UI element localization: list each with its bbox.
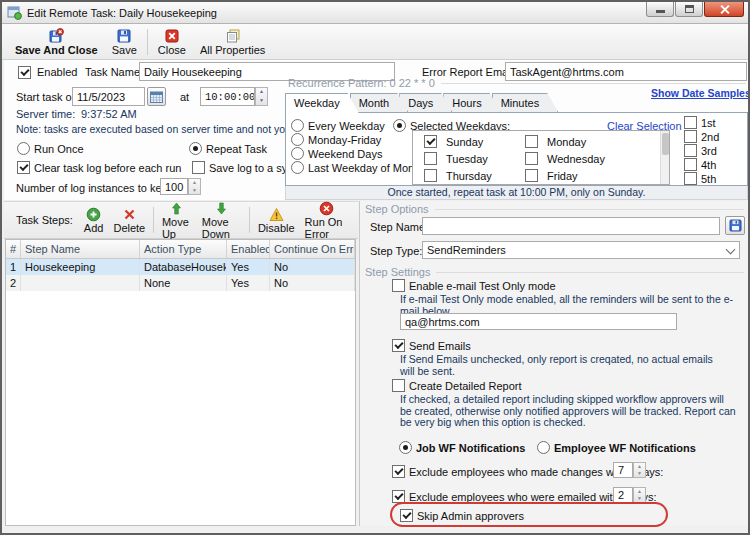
- spin-up-icon[interactable]: ▲: [256, 88, 267, 97]
- start-time-input[interactable]: 10:00:00 PM: [200, 87, 255, 106]
- save-and-close-button[interactable]: Save And Close: [8, 27, 105, 57]
- selected-weekdays-radio[interactable]: [393, 119, 406, 132]
- detailed-report-checkbox[interactable]: [392, 379, 405, 392]
- col-enabled[interactable]: Enabled: [227, 240, 270, 258]
- spin-up-icon[interactable]: ▲: [634, 463, 645, 470]
- window-controls: [645, 2, 744, 17]
- move-up-button[interactable]: Move Up: [157, 201, 197, 240]
- all-properties-button[interactable]: All Properties: [193, 27, 272, 57]
- col-continue-on-error[interactable]: Continue On Error: [270, 240, 355, 258]
- scrollbar-thumb[interactable]: [662, 133, 669, 155]
- maximize-button[interactable]: [675, 2, 703, 17]
- add-step-button[interactable]: Add: [79, 207, 109, 234]
- monday-checkbox[interactable]: [525, 135, 538, 148]
- ordinal-1st-checkbox[interactable]: [684, 116, 697, 129]
- step-name-input[interactable]: [422, 217, 720, 235]
- table-row[interactable]: 1 Housekeeping DatabaseHousekeeping Yes …: [6, 259, 355, 275]
- spin-down-icon[interactable]: ▼: [634, 495, 645, 502]
- ordinal-4th-checkbox[interactable]: [684, 158, 697, 171]
- all-properties-icon: [225, 28, 241, 44]
- col-step-name[interactable]: Step Name: [21, 240, 140, 258]
- time-spinner[interactable]: ▲▼: [255, 87, 268, 106]
- toolbar-separator: [153, 207, 154, 233]
- add-label: Add: [84, 222, 104, 234]
- tab-minutes[interactable]: Minutes: [492, 93, 559, 112]
- save-button[interactable]: Save: [105, 27, 144, 57]
- start-task-label: Start task on: [16, 91, 78, 103]
- move-down-button[interactable]: Move Down: [197, 201, 246, 240]
- table-header-row[interactable]: # Step Name Action Type Enabled Continue…: [6, 240, 355, 259]
- delete-label: Delete: [113, 222, 145, 234]
- close-button[interactable]: Close: [151, 27, 193, 57]
- recurrence-tabs: Weekday Month Days Hours Minutes: [285, 93, 549, 113]
- exclude-changes-input[interactable]: 7: [613, 462, 633, 478]
- test-mode-checkbox[interactable]: [392, 279, 405, 292]
- run-on-error-button[interactable]: Run On Error: [300, 201, 354, 240]
- repeat-task-label: Repeat Task: [206, 143, 267, 155]
- exclude-changes-spinner[interactable]: ▲▼: [633, 462, 646, 478]
- calendar-icon: [150, 91, 163, 103]
- date-picker-button[interactable]: [147, 87, 166, 106]
- tuesday-checkbox[interactable]: [424, 152, 437, 165]
- repeat-task-radio[interactable]: [189, 142, 202, 155]
- sunday-checkbox[interactable]: [424, 135, 437, 148]
- employee-wf-radio[interactable]: [537, 441, 550, 454]
- weekday-list-scrollbar[interactable]: [660, 131, 669, 184]
- friday-checkbox[interactable]: [525, 169, 538, 182]
- job-wf-radio[interactable]: [399, 441, 412, 454]
- exclude-changes-checkbox[interactable]: [392, 465, 405, 478]
- step-type-dropdown[interactable]: SendReminders: [422, 241, 740, 259]
- ordinal-2nd-checkbox[interactable]: [684, 130, 697, 143]
- log-instances-input[interactable]: 100: [160, 178, 188, 195]
- save-step-name-button[interactable]: [725, 216, 745, 235]
- wednesday-checkbox[interactable]: [525, 152, 538, 165]
- clear-log-checkbox[interactable]: [17, 161, 30, 174]
- main-toolbar: Save And Close Save Close All Properties: [2, 24, 748, 60]
- list-item[interactable]: Wednesday: [525, 152, 605, 165]
- save-and-close-label: Save And Close: [15, 44, 98, 56]
- col-number[interactable]: #: [6, 240, 21, 258]
- step-options-label: Step Options: [365, 203, 429, 215]
- list-item[interactable]: Thursday: [424, 169, 492, 182]
- weekend-days-radio[interactable]: [291, 147, 304, 160]
- window-icon: [7, 5, 22, 20]
- monday-friday-radio[interactable]: [291, 133, 304, 146]
- thursday-checkbox[interactable]: [424, 169, 437, 182]
- every-weekday-radio[interactable]: [291, 119, 304, 132]
- ordinal-3rd-checkbox[interactable]: [684, 144, 697, 157]
- ordinal-5th-label: 5th: [701, 173, 716, 185]
- list-item[interactable]: Monday: [525, 135, 586, 148]
- exclude-emailed-spinner[interactable]: ▲▼: [633, 487, 646, 503]
- spin-down-icon[interactable]: ▼: [189, 187, 200, 195]
- log-instances-spinner[interactable]: ▲▼: [188, 178, 201, 195]
- spin-down-icon[interactable]: ▼: [634, 470, 645, 477]
- test-email-input[interactable]: qa@hrtms.com: [400, 313, 677, 330]
- ordinal-5th-checkbox[interactable]: [684, 172, 697, 185]
- delete-step-button[interactable]: Delete: [108, 207, 150, 234]
- run-once-radio[interactable]: [17, 142, 30, 155]
- list-item[interactable]: Friday: [525, 169, 578, 182]
- col-action-type[interactable]: Action Type: [140, 240, 227, 258]
- test-mode-label: Enable e-mail Test Only mode: [409, 280, 556, 292]
- spin-down-icon[interactable]: ▼: [256, 97, 267, 106]
- enabled-checkbox[interactable]: [18, 66, 31, 79]
- save-log-checkbox[interactable]: [192, 161, 205, 174]
- step-type-value: SendReminders: [427, 244, 506, 256]
- close-window-button[interactable]: [704, 2, 744, 17]
- list-item[interactable]: Sunday: [424, 135, 483, 148]
- start-date-input[interactable]: 11/5/2023: [72, 87, 145, 106]
- spin-up-icon[interactable]: ▲: [634, 488, 645, 495]
- delete-icon: [122, 207, 137, 222]
- minimize-button[interactable]: [646, 2, 674, 17]
- last-weekday-radio[interactable]: [291, 161, 304, 174]
- sunday-label: Sunday: [446, 136, 483, 148]
- disable-step-button[interactable]: Disable: [253, 207, 300, 234]
- list-item[interactable]: Tuesday: [424, 152, 488, 165]
- show-date-samples-link[interactable]: Show Date Samples: [651, 87, 750, 99]
- exclude-emailed-input[interactable]: 2: [613, 487, 633, 503]
- tab-weekday[interactable]: Weekday: [285, 93, 359, 113]
- send-emails-checkbox[interactable]: [392, 339, 405, 352]
- spin-up-icon[interactable]: ▲: [189, 179, 200, 187]
- task-steps-label: Task Steps:: [16, 214, 73, 226]
- table-row[interactable]: 2 None Yes No: [6, 275, 355, 291]
